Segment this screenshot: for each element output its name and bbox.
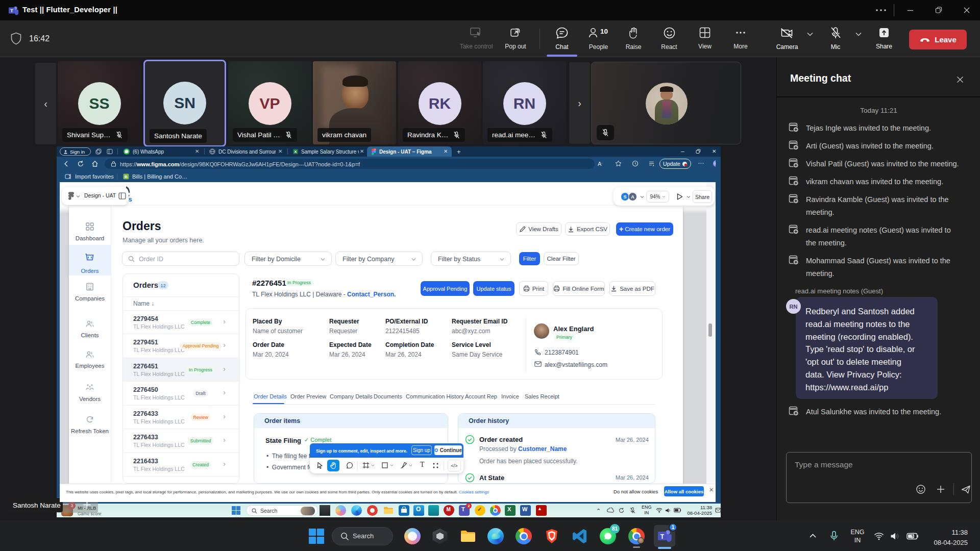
svg-text:B: B [125,174,128,179]
svg-text:10: 10 [600,28,608,35]
svg-text:T: T [660,533,665,540]
svg-text:X: X [294,149,297,154]
svg-text:T: T [10,8,13,13]
